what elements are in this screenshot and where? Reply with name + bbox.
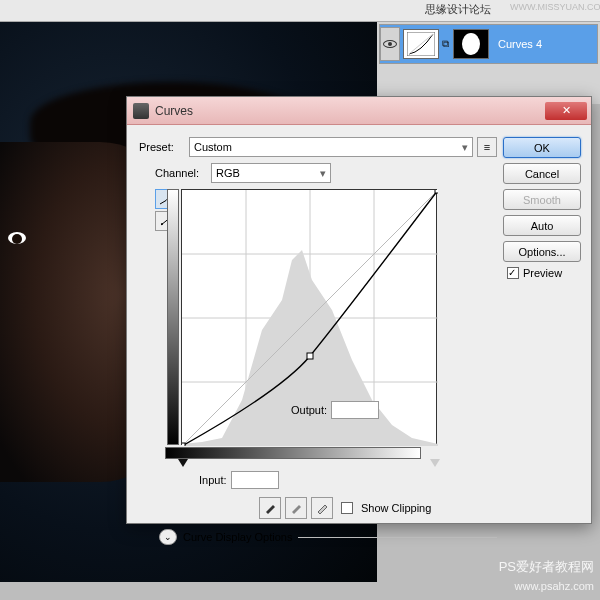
auto-button[interactable]: Auto [503, 215, 581, 236]
layer-row-curves4[interactable]: ⧉ Curves 4 [379, 24, 598, 64]
visibility-toggle[interactable] [380, 27, 400, 61]
layer-name[interactable]: Curves 4 [498, 38, 542, 50]
app-icon [133, 103, 149, 119]
input-label: Input: [199, 474, 227, 486]
preview-checkbox[interactable] [507, 267, 519, 279]
close-icon: ✕ [562, 104, 571, 117]
svg-point-2 [161, 223, 163, 225]
dialog-titlebar[interactable]: Curves ✕ [127, 97, 591, 125]
layer-mask-thumbnail[interactable] [453, 29, 489, 59]
channel-label: Channel: [155, 167, 211, 179]
preview-label: Preview [523, 267, 562, 279]
white-eyedropper[interactable] [311, 497, 333, 519]
output-label: Output: [291, 404, 327, 416]
curves-dialog: Curves ✕ Preset: Custom ≡ Channel: RGB [126, 96, 592, 524]
layers-panel: ⧉ Curves 4 [377, 22, 600, 104]
site-title: 思缘设计论坛 [425, 2, 491, 17]
watermark-title: PS爱好者教程网 [499, 558, 594, 576]
link-icon[interactable]: ⧉ [442, 38, 450, 50]
preset-label: Preset: [139, 141, 189, 153]
eye-icon [383, 40, 397, 48]
curve-point-mid[interactable] [307, 353, 313, 359]
curve-point-highlight[interactable] [435, 190, 438, 193]
page-top-bar: 思缘设计论坛 WWW.MISSYUAN.COM [0, 0, 600, 22]
close-button[interactable]: ✕ [545, 102, 587, 120]
gray-eyedropper[interactable] [285, 497, 307, 519]
black-point-marker[interactable] [178, 459, 188, 467]
display-options-label: Curve Display Options [183, 531, 292, 543]
output-field[interactable] [331, 401, 379, 419]
input-gradient [165, 447, 421, 459]
preset-dropdown[interactable]: Custom [189, 137, 473, 157]
show-clipping-label: Show Clipping [361, 502, 431, 514]
divider [298, 537, 497, 538]
ok-button[interactable]: OK [503, 137, 581, 158]
display-options-toggle[interactable]: ⌄ [159, 529, 177, 545]
curve-point-shadow[interactable] [182, 443, 185, 446]
options-button[interactable]: Options... [503, 241, 581, 262]
show-clipping-checkbox[interactable] [341, 502, 353, 514]
dialog-title: Curves [155, 104, 545, 118]
input-slider[interactable] [181, 459, 437, 467]
site-url: WWW.MISSYUAN.COM [510, 2, 600, 12]
mask-shape [462, 33, 480, 55]
watermark-url: www.psahz.com [515, 580, 594, 592]
white-point-marker[interactable] [430, 459, 440, 467]
preset-value: Custom [194, 141, 232, 153]
input-field[interactable] [231, 471, 279, 489]
preset-menu-button[interactable]: ≡ [477, 137, 497, 157]
black-eyedropper[interactable] [259, 497, 281, 519]
output-gradient [167, 189, 179, 445]
channel-dropdown[interactable]: RGB [211, 163, 331, 183]
adjustment-thumbnail[interactable] [403, 29, 439, 59]
cancel-button[interactable]: Cancel [503, 163, 581, 184]
smooth-button[interactable]: Smooth [503, 189, 581, 210]
channel-value: RGB [216, 167, 240, 179]
